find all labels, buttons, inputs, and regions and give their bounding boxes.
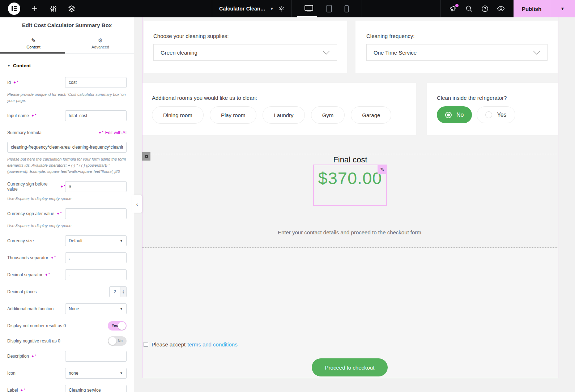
decimal-places-stepper[interactable]: 2 ▲ ▼ <box>109 286 127 297</box>
section-divider-top <box>142 154 558 154</box>
document-title[interactable]: Calculator Clean… <box>219 6 265 12</box>
toggle-knob <box>118 322 126 330</box>
decimal-separator-input[interactable] <box>65 269 127 280</box>
math-function-select[interactable]: None ▼ <box>65 303 127 314</box>
section-divider-bottom <box>142 247 558 248</box>
room-pill-dining[interactable]: Dining room <box>152 106 204 124</box>
device-desktop-icon[interactable] <box>304 5 314 13</box>
decimal-places-label: Decimal places <box>7 289 37 294</box>
help-icon[interactable] <box>481 5 489 12</box>
currency-after-input[interactable] <box>65 208 127 219</box>
id-help-text: Please provide unique id for each 'Cost … <box>7 91 127 104</box>
summary-label-input[interactable] <box>65 385 127 392</box>
device-mobile-icon[interactable] <box>344 5 349 13</box>
description-input[interactable] <box>65 351 127 362</box>
ai-sparkle-icon[interactable]: ✦ <box>13 81 18 84</box>
icon-label: Icon <box>7 371 16 376</box>
select-arrow-icon: ▼ <box>120 239 123 243</box>
chevron-down-icon <box>533 51 540 55</box>
ai-sparkle-icon[interactable]: ✦ <box>31 114 36 118</box>
currency-size-select[interactable]: Default ▼ <box>65 235 127 246</box>
publish-area: Publish ▼ <box>514 0 575 17</box>
preview-eye-icon[interactable] <box>497 6 505 12</box>
refrigerator-card: Clean inside the refrigerator? No Yes <box>427 83 558 135</box>
summary-box-widget-selected[interactable]: ✎ $370.00 <box>313 165 387 206</box>
room-pill-gym[interactable]: Gym <box>311 106 345 124</box>
currency-before-label: Currency sign before value✦ <box>7 182 65 192</box>
input-name-label: Input name✦ <box>7 113 36 118</box>
panel-title: Edit Cost Calculator Summary Box <box>0 17 134 33</box>
room-pill-garage[interactable]: Garage <box>351 106 391 124</box>
select-arrow-icon: ▼ <box>120 371 123 375</box>
refrigerator-label: Clean inside the refrigerator? <box>437 95 551 101</box>
thousands-separator-label: Thousands separator✦ <box>7 255 55 260</box>
summary-formula-input[interactable] <box>7 142 127 153</box>
not-number-label: Display not number result as 0 <box>7 323 66 328</box>
supplies-card: Choose your cleaning supplies: Green cle… <box>144 21 347 73</box>
final-cost-title: Final cost <box>142 155 558 165</box>
currency-size-label: Currency size <box>7 238 34 243</box>
ai-sparkle-icon[interactable]: ✦ <box>31 354 36 358</box>
input-name-input[interactable] <box>65 110 127 121</box>
editor-panel: Edit Cost Calculator Summary Box ✎ Conte… <box>0 17 134 392</box>
ai-sparkle-icon[interactable]: ✦ <box>56 212 61 216</box>
add-element-icon[interactable] <box>31 5 39 13</box>
currency-before-input[interactable] <box>65 181 127 192</box>
terms-checkbox[interactable] <box>144 342 148 347</box>
publish-options-chevron-icon[interactable]: ▼ <box>550 0 575 17</box>
icon-select[interactable]: none ▼ <box>65 368 127 379</box>
refrigerator-option-yes[interactable]: Yes <box>477 106 515 123</box>
page-settings-gear-icon[interactable] <box>278 5 285 12</box>
frequency-card: Cleaning frequency: One Time Service <box>355 21 558 73</box>
structure-icon[interactable] <box>68 5 76 13</box>
tab-content[interactable]: ✎ Content <box>0 33 67 53</box>
summary-formula-help-text: Please put here the calculation formula … <box>7 156 127 175</box>
panel-tabs: ✎ Content ⚙ Advanced <box>0 33 134 54</box>
edit-widget-pencil-icon[interactable]: ✎ <box>378 165 387 174</box>
id-input[interactable] <box>65 77 127 88</box>
ai-sparkle-icon[interactable]: ✦ <box>44 273 50 277</box>
content-section-header[interactable]: ▼ Content <box>7 63 127 68</box>
terms-text: Please accept <box>152 341 186 348</box>
currency-before-help-text: Use &space; to display empty space <box>7 196 127 202</box>
tab-advanced[interactable]: ⚙ Advanced <box>67 33 134 53</box>
ai-sparkle-icon[interactable]: ✦ <box>20 388 25 392</box>
frequency-dropdown[interactable]: One Time Service <box>366 44 548 61</box>
final-cost-value: $370.00 <box>314 168 386 188</box>
notification-dot <box>455 4 459 7</box>
active-device-indicator <box>297 16 317 17</box>
additional-rooms-card: Additional rooms you would like us to cl… <box>142 83 416 135</box>
stepper-buttons[interactable]: ▲ ▼ <box>120 287 126 297</box>
finder-search-icon[interactable] <box>465 5 473 12</box>
gear-icon: ⚙ <box>98 38 103 43</box>
select-arrow-icon: ▼ <box>120 307 123 311</box>
room-pill-laundry[interactable]: Laundry <box>263 106 304 124</box>
stepper-down-icon[interactable]: ▼ <box>122 292 124 294</box>
whats-new-icon[interactable] <box>449 5 457 12</box>
elementor-logo-icon[interactable] <box>8 3 20 15</box>
rooms-label: Additional rooms you would like us to cl… <box>152 95 409 101</box>
site-settings-icon[interactable] <box>49 5 57 13</box>
ai-sparkle-icon[interactable]: ✦ <box>60 185 65 188</box>
supplies-dropdown[interactable]: Green cleaning <box>153 44 337 61</box>
thousands-separator-input[interactable] <box>65 252 127 263</box>
radio-unselected-icon <box>485 111 492 118</box>
device-tablet-icon[interactable] <box>326 5 332 13</box>
negative-toggle[interactable]: No <box>108 336 127 346</box>
radio-selected-icon <box>445 112 452 118</box>
ai-sparkle-icon[interactable]: ✦ <box>50 256 55 260</box>
not-number-toggle[interactable]: Yes <box>108 321 127 331</box>
currency-after-label: Currency sign afer value✦ <box>7 211 61 216</box>
edit-with-ai-button[interactable]: ✦ Edit with AI <box>98 130 127 135</box>
proceed-to-checkout-button[interactable]: Proceed to checkout <box>312 358 388 376</box>
calculator-section: Choose your cleaning supplies: Green cle… <box>142 17 558 378</box>
publish-button[interactable]: Publish <box>514 0 550 17</box>
room-pill-play[interactable]: Play room <box>210 106 257 124</box>
terms-link[interactable]: terms and conditions <box>187 341 237 348</box>
document-switch-chevron-icon[interactable]: ▼ <box>270 7 274 11</box>
description-label: Description✦ <box>7 354 36 359</box>
refrigerator-option-no[interactable]: No <box>437 106 472 123</box>
summary-label-label: Label✦ <box>7 388 25 392</box>
currency-after-help-text: Use &space; to display empty space <box>7 223 127 229</box>
panel-collapse-handle[interactable]: ‹ <box>132 195 142 213</box>
